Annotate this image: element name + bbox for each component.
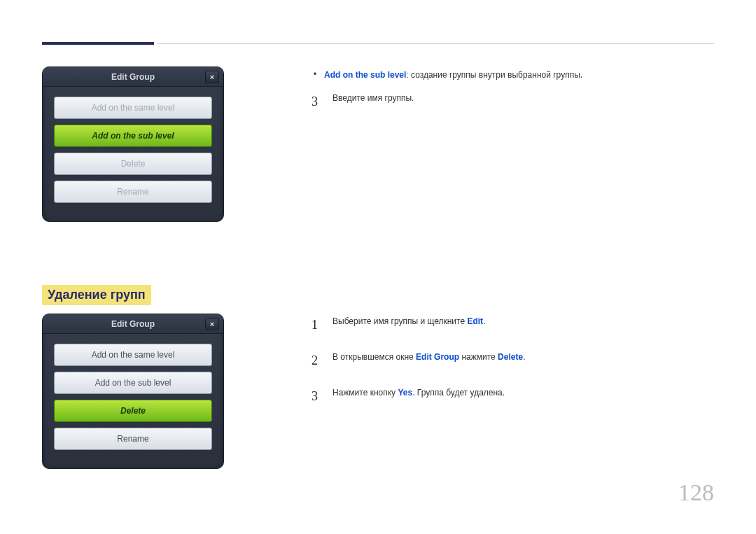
t: . Группа будет удалена. xyxy=(412,388,505,398)
dialog-title: Edit Group × xyxy=(43,314,223,334)
step-row-1: 1 Выберите имя группы и щелкните Edit. xyxy=(312,315,704,335)
bold-term: Edit Group xyxy=(416,352,459,362)
t: нажмите xyxy=(459,352,498,362)
left-column: Edit Group × Add on the same level Add o… xyxy=(42,66,266,469)
option-add-sub-level[interactable]: Add on the sub level xyxy=(54,372,212,394)
step-number: 2 xyxy=(312,351,323,371)
right-block-section2: 1 Выберите имя группы и щелкните Edit. 2… xyxy=(312,315,704,406)
bullet-rest: : создание группы внутри выбранной групп… xyxy=(406,70,582,80)
t: Нажмите кнопку xyxy=(332,388,398,398)
option-add-sub-level[interactable]: Add on the sub level xyxy=(54,125,212,147)
step-text: Выберите имя группы и щелкните Edit. xyxy=(332,315,485,335)
bold-term: Delete xyxy=(498,352,523,362)
close-icon: × xyxy=(210,73,214,81)
dialog-title: Edit Group × xyxy=(43,67,223,87)
bold-term: Edit xyxy=(467,316,483,326)
t: В открывшемся окне xyxy=(332,352,416,362)
dialog-title-text: Edit Group xyxy=(111,319,155,329)
close-icon: × xyxy=(210,320,214,328)
close-button[interactable]: × xyxy=(205,71,219,83)
option-delete[interactable]: Delete xyxy=(54,400,212,422)
step-text: В открывшемся окне Edit Group нажмите De… xyxy=(332,351,525,371)
t: . xyxy=(483,316,485,326)
edit-group-dialog-1: Edit Group × Add on the same level Add o… xyxy=(42,66,224,222)
page-number: 128 xyxy=(678,479,714,506)
step-number: 3 xyxy=(312,92,323,112)
dialog-body: Add on the same level Add on the sub lev… xyxy=(43,334,223,468)
step-number: 1 xyxy=(312,315,323,335)
step-row-3a: 3 Введите имя группы. xyxy=(312,92,704,112)
dialog-body: Add on the same level Add on the sub lev… xyxy=(43,87,223,221)
edit-group-dialog-2: Edit Group × Add on the same level Add o… xyxy=(42,314,224,469)
step-text: Введите имя группы. xyxy=(332,92,414,112)
section-title-delete-groups: Удаление групп xyxy=(42,285,151,305)
step-text: Нажмите кнопку Yes. Группа будет удалена… xyxy=(332,386,505,407)
t: Выберите имя группы и щелкните xyxy=(332,316,467,326)
option-delete[interactable]: Delete xyxy=(54,153,212,175)
option-rename[interactable]: Rename xyxy=(54,181,212,203)
option-add-same-level[interactable]: Add on the same level xyxy=(54,344,212,366)
header-accent xyxy=(42,42,154,45)
close-button[interactable]: × xyxy=(205,318,219,330)
bold-term: Yes xyxy=(398,388,412,398)
bullet-icon: • xyxy=(312,69,318,82)
step-row-3: 3 Нажмите кнопку Yes. Группа будет удале… xyxy=(312,386,704,407)
step-number: 3 xyxy=(312,386,323,407)
right-column: • Add on the sub level: создание группы … xyxy=(312,69,704,421)
step-row-2: 2 В открывшемся окне Edit Group нажмите … xyxy=(312,351,704,371)
spacer xyxy=(42,222,266,285)
option-rename[interactable]: Rename xyxy=(54,428,212,450)
bullet-add-sub-level: • Add on the sub level: создание группы … xyxy=(312,69,704,82)
option-add-same-level[interactable]: Add on the same level xyxy=(54,97,212,119)
dialog-title-text: Edit Group xyxy=(111,72,155,82)
header-rule xyxy=(157,43,714,44)
t: . xyxy=(523,352,525,362)
bullet-text: Add on the sub level: создание группы вн… xyxy=(324,69,582,82)
bold-term: Add on the sub level xyxy=(324,70,406,80)
